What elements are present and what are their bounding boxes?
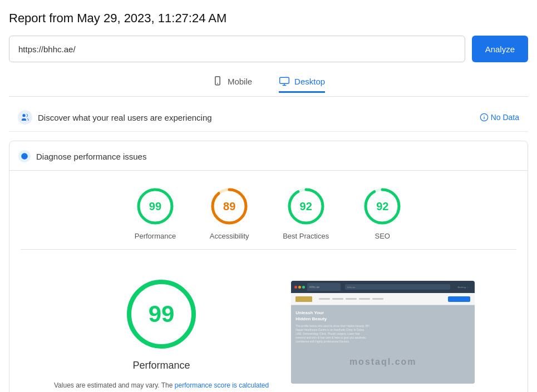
diagnose-icon xyxy=(18,150,31,162)
thumb-hero-body: The profile below who want to show their… xyxy=(295,324,369,344)
big-score-label: Performance xyxy=(133,360,190,371)
desktop-icon xyxy=(279,76,290,87)
score-label-accessibility: Accessibility xyxy=(210,232,249,240)
score-label-seo: SEO xyxy=(375,232,390,240)
big-score-left: 99 Performance Values are estimated and … xyxy=(54,275,269,392)
tab-divider xyxy=(9,96,528,97)
mobile-icon xyxy=(212,76,223,87)
no-data-label: No Data xyxy=(491,113,519,122)
screenshot-thumbnail: bhhc.ae bhhc.ae Booking → xyxy=(291,281,475,384)
score-number-best-practices: 92 xyxy=(300,200,312,213)
score-best-practices: 92 Best Practices xyxy=(283,186,329,240)
big-score-area: 99 Performance Values are estimated and … xyxy=(21,259,516,392)
tab-desktop-label: Desktop xyxy=(294,77,325,86)
thumb-booking-btn: Booking → xyxy=(457,286,469,289)
score-performance: 99 Performance xyxy=(135,186,176,240)
thumb-nav-logo xyxy=(295,296,312,302)
screenshot-container: bhhc.ae bhhc.ae Booking → xyxy=(291,281,475,384)
thumb-url-text: bhhc.ae xyxy=(347,286,355,289)
real-users-text: Discover what your real users are experi… xyxy=(38,113,474,122)
diagnose-header: Diagnose performance issues xyxy=(9,141,528,171)
score-accessibility: 89 Accessibility xyxy=(209,186,249,240)
analyze-button[interactable]: Analyze xyxy=(472,36,528,62)
thumb-tab: bhhc.ae xyxy=(307,283,341,291)
score-number-seo: 92 xyxy=(376,200,388,213)
score-circle-performance: 99 xyxy=(135,186,175,226)
score-circle-accessibility: 89 xyxy=(209,186,249,226)
thumb-tab-text: bhhc.ae xyxy=(309,285,319,289)
thumb-nav xyxy=(291,293,475,305)
url-input[interactable] xyxy=(9,36,465,62)
thumb-hero: Unleash YourHidden Beauty The profile be… xyxy=(291,305,475,384)
svg-point-3 xyxy=(22,114,25,117)
tab-row: Mobile Desktop xyxy=(9,76,528,96)
scores-area: 99 Performance 89 Accessibility xyxy=(9,171,528,392)
score-number-accessibility: 89 xyxy=(223,200,235,213)
score-number-performance: 99 xyxy=(149,200,161,213)
values-note: Values are estimated and may vary. The p… xyxy=(54,380,269,392)
score-label-performance: Performance xyxy=(135,232,176,240)
score-seo: 92 SEO xyxy=(362,186,402,240)
values-note-prefix: Values are estimated and may vary. The xyxy=(54,381,173,389)
svg-point-1 xyxy=(217,83,218,84)
users-icon xyxy=(18,110,32,125)
svg-rect-2 xyxy=(280,77,289,83)
tab-mobile-label: Mobile xyxy=(228,77,252,86)
thumb-nav-booking xyxy=(448,296,470,302)
score-circle-seo: 92 xyxy=(362,186,402,226)
no-data-link[interactable]: No Data xyxy=(480,113,519,122)
tab-mobile[interactable]: Mobile xyxy=(212,76,252,93)
score-circle-best-practices: 92 xyxy=(286,186,326,226)
diagnose-card: Diagnose performance issues 99 Performan… xyxy=(9,141,528,392)
scores-divider xyxy=(21,249,516,250)
diagnose-text: Diagnose performance issues xyxy=(36,152,146,161)
thumb-topbar: bhhc.ae bhhc.ae Booking → xyxy=(291,281,475,293)
real-users-banner: Discover what your real users are experi… xyxy=(9,103,528,132)
big-score-circle: 99 xyxy=(122,275,200,353)
info-icon xyxy=(480,113,489,122)
svg-point-5 xyxy=(21,153,28,160)
big-score-number: 99 xyxy=(149,301,175,328)
report-title: Report from May 29, 2023, 11:27:24 AM xyxy=(9,11,528,26)
score-label-best-practices: Best Practices xyxy=(283,232,329,240)
url-bar-row: Analyze xyxy=(9,36,528,62)
scores-row: 99 Performance 89 Accessibility xyxy=(21,186,516,240)
tab-desktop[interactable]: Desktop xyxy=(279,76,325,93)
thumb-hero-text: Unleash YourHidden Beauty xyxy=(295,310,369,322)
